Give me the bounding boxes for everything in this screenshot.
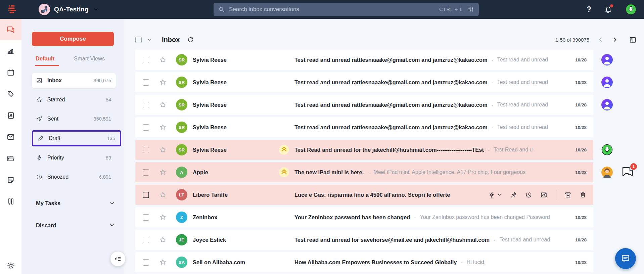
sidebar-item-snoozed[interactable]: Snoozed 6,091 xyxy=(32,169,116,185)
row-checkbox[interactable] xyxy=(143,169,149,176)
tab-smart-views[interactable]: Smart Views xyxy=(74,55,105,66)
row-checkbox[interactable] xyxy=(143,147,149,153)
priority-badge-icon xyxy=(279,144,289,155)
rail-calendar[interactable] xyxy=(0,62,21,83)
assigned-member-avatar[interactable] xyxy=(601,99,613,110)
rail-conversations[interactable] xyxy=(0,19,21,40)
email-row[interactable]: SR Sylvia Reese Test read and unread rat… xyxy=(135,50,593,70)
email-row[interactable]: A Apple The new iPad mini is here.- Meet… xyxy=(135,162,593,182)
star-icon[interactable] xyxy=(159,214,167,221)
row-checkbox[interactable] xyxy=(143,57,149,63)
search-bar[interactable]: CTRL + L xyxy=(214,3,479,16)
sidebar-item-sent[interactable]: Sent 350,591 xyxy=(32,111,116,127)
calendar-icon xyxy=(7,68,15,77)
chevron-down-icon xyxy=(109,222,115,228)
rail-contacts[interactable] xyxy=(0,105,21,126)
row-checkbox[interactable] xyxy=(143,124,149,131)
row-checkbox[interactable] xyxy=(143,102,149,108)
mark-read-button[interactable] xyxy=(540,191,547,198)
quick-action-bolt-button[interactable] xyxy=(488,191,502,198)
chat-thread-button[interactable]: 1 xyxy=(620,166,635,179)
row-date: 10/28 xyxy=(565,170,587,175)
star-icon[interactable] xyxy=(159,56,167,63)
subject-group: Test read and unread rattlesnaaake@gmail… xyxy=(294,79,565,86)
email-row[interactable]: SA Sell on Alibaba.com How Alibaba.com E… xyxy=(135,252,593,272)
delete-button[interactable] xyxy=(580,191,587,198)
section-discard[interactable]: Discard xyxy=(36,218,115,233)
select-options-chevron-icon[interactable] xyxy=(146,37,152,43)
notifications-button[interactable] xyxy=(604,5,612,14)
sidebar-item-inbox[interactable]: Inbox 390,075 xyxy=(32,73,116,88)
app-logo-icon[interactable] xyxy=(7,4,17,14)
star-icon[interactable] xyxy=(159,79,167,86)
row-checkbox[interactable] xyxy=(143,192,149,198)
row-checkbox[interactable] xyxy=(143,259,149,266)
email-row-line: A Apple The new iPad mini is here.- Meet… xyxy=(135,162,593,182)
pin-button[interactable] xyxy=(510,191,517,198)
email-row[interactable]: Z ZenInbox Your ZenInbox password has be… xyxy=(135,207,593,227)
rail-analytics[interactable] xyxy=(0,40,21,62)
subject-snippet-separator: - xyxy=(492,57,493,63)
row-subject: Test read and unread rattlesnaaake@gmail… xyxy=(294,57,488,63)
row-checkbox[interactable] xyxy=(143,214,149,221)
row-checkbox[interactable] xyxy=(143,79,149,86)
collapse-sidebar-button[interactable] xyxy=(110,252,125,266)
star-icon[interactable] xyxy=(159,191,167,198)
select-all-checkbox[interactable] xyxy=(135,37,142,43)
sidebar-item-draft[interactable]: Draft 135 xyxy=(32,130,121,146)
row-checkbox[interactable] xyxy=(143,237,149,243)
layout-toggle-icon[interactable] xyxy=(629,36,637,44)
row-sender: Sylvia Reese xyxy=(193,102,278,108)
prev-page-button[interactable] xyxy=(597,36,604,43)
section-my-tasks[interactable]: My Tasks xyxy=(36,195,115,211)
email-row[interactable]: LT Libero Tariffe Luce e Gas: risparmia … xyxy=(135,185,593,205)
chat-fab-button[interactable] xyxy=(615,248,636,269)
subject-snippet-separator: - xyxy=(494,237,495,243)
row-subject: Test read and unread rattlesnaaake@gmail… xyxy=(294,79,488,86)
next-page-button[interactable] xyxy=(611,36,618,43)
rail-settings[interactable] xyxy=(0,262,21,270)
rail-tags[interactable] xyxy=(0,83,21,105)
sidebar-item-starred[interactable]: Starred 54 xyxy=(32,92,116,107)
rail-mail[interactable] xyxy=(0,126,21,148)
email-row[interactable]: SR Sylvia Reese Test read and unread rat… xyxy=(135,117,593,137)
sender-avatar: LT xyxy=(176,189,187,200)
email-row[interactable]: SR Sylvia Reese Test read and unread rat… xyxy=(135,72,593,92)
rail-notes[interactable] xyxy=(0,169,21,191)
download-status-icon[interactable] xyxy=(601,144,613,155)
rail-stationery[interactable] xyxy=(0,191,21,212)
chevron-left-icon xyxy=(597,36,604,43)
star-icon[interactable] xyxy=(159,259,167,266)
rail-folders[interactable] xyxy=(0,148,21,169)
compose-button[interactable]: Compose xyxy=(32,32,114,46)
star-icon[interactable] xyxy=(159,101,167,108)
email-row[interactable]: JE Joyce Eslick Test read and unread for… xyxy=(135,230,593,250)
star-icon[interactable] xyxy=(159,124,167,131)
assigned-member-avatar[interactable] xyxy=(601,77,613,88)
help-icon[interactable]: ? xyxy=(587,5,591,14)
row-snippet: Test Read and u xyxy=(494,147,533,153)
tab-default[interactable]: Default xyxy=(35,55,59,66)
email-row[interactable]: SR Sylvia Reese Test read and unread rat… xyxy=(135,95,593,115)
star-icon[interactable] xyxy=(159,169,167,176)
archive-button[interactable] xyxy=(564,191,571,198)
assigned-member-avatar[interactable] xyxy=(601,54,613,65)
row-date: 10/28 xyxy=(565,215,587,220)
row-date: 10/28 xyxy=(565,237,587,242)
list-title: Inbox xyxy=(162,36,180,44)
row-snippet: Test read and unread xyxy=(497,57,548,63)
snooze-button[interactable] xyxy=(525,191,532,198)
row-subject: Your ZenInbox password has been changed xyxy=(294,214,410,221)
sender-avatar: SR xyxy=(176,54,187,65)
search-filter-icon[interactable] xyxy=(467,6,474,13)
contact-photo-avatar[interactable] xyxy=(601,167,613,178)
workspace-switcher[interactable]: QA-Testing xyxy=(39,4,99,15)
search-input[interactable] xyxy=(228,6,439,13)
email-row[interactable]: SR Sylvia Reese Test Read and unread for… xyxy=(135,140,593,160)
sidebar-item-priority[interactable]: Priority 89 xyxy=(32,150,116,166)
user-status-avatar[interactable] xyxy=(625,4,637,15)
star-icon[interactable] xyxy=(159,146,167,153)
refresh-icon[interactable] xyxy=(187,36,194,43)
star-icon[interactable] xyxy=(159,236,167,243)
chat-icon xyxy=(6,25,15,34)
